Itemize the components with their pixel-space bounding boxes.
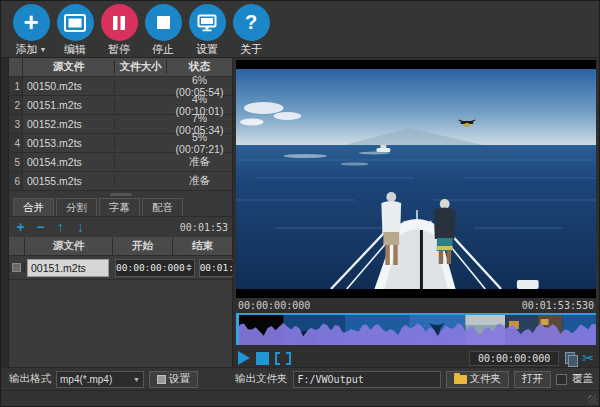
tab-split[interactable]: 分割: [56, 198, 97, 216]
col-status: 状态: [167, 60, 232, 74]
video-frame: [236, 60, 596, 298]
main-toolbar: + 添加▼ 编辑 暂停: [1, 1, 599, 58]
preview-end-time: 00:01:53:530: [522, 300, 594, 311]
output-folder-label: 输出文件夹: [235, 372, 288, 386]
add-button-label: 添加: [16, 42, 38, 57]
snapshot-icon[interactable]: [565, 352, 576, 365]
preview-time-row: 00:00:00:000 00:01:53:530: [236, 298, 596, 313]
row-handle[interactable]: [9, 263, 25, 272]
clip-table: 源文件 开始 结束 00151.m2ts 00:00:00:000 00:01:…: [9, 237, 232, 280]
edit-button[interactable]: 编辑: [53, 4, 97, 57]
timeline-top-edge: [236, 313, 596, 315]
clip-move-down-button[interactable]: ↓: [73, 220, 88, 234]
output-bar: 输出格式 mp4(*.mp4) ▼ 设置 输出文件夹 文件夹 打开 覆盖: [1, 367, 599, 390]
output-format-label: 输出格式: [9, 372, 51, 386]
play-icon[interactable]: [238, 351, 250, 365]
about-button[interactable]: ? 关于: [229, 4, 273, 57]
col-source-file: 源文件: [23, 60, 115, 74]
about-icon: ?: [245, 11, 257, 34]
preview-start-time: 00:00:00:000: [238, 300, 310, 311]
clip-file-cell[interactable]: 00151.m2ts: [27, 259, 109, 277]
overwrite-checkbox[interactable]: [556, 374, 567, 385]
table-row[interactable]: 6 00155.m2ts 准备: [9, 172, 232, 191]
left-gutter: [1, 58, 9, 367]
output-format-select[interactable]: mp4(*.mp4) ▼: [56, 371, 144, 388]
browse-folder-button[interactable]: 文件夹: [446, 371, 510, 388]
table-row[interactable]: 5 00154.m2ts 准备: [9, 153, 232, 172]
stop-button[interactable]: 停止: [141, 4, 185, 57]
col-clip-end: 结束: [173, 237, 232, 255]
clip-duration: 00:01:53: [180, 222, 228, 233]
file-table: 源文件 文件大小 状态 1 00150.m2ts 6% (00:05:54) 2…: [9, 58, 232, 191]
scissors-icon[interactable]: ✂: [582, 351, 594, 365]
add-button[interactable]: + 添加▼: [9, 4, 53, 57]
stop-playback-icon[interactable]: [256, 352, 269, 365]
spinner-arrows-icon[interactable]: [185, 264, 194, 271]
edit-tabbar: 合并 分割 字幕 配音: [9, 198, 232, 217]
timeline-strip[interactable]: [236, 313, 596, 345]
edit-button-label: 编辑: [64, 42, 86, 57]
file-list-panel: 源文件 文件大小 状态 1 00150.m2ts 6% (00:05:54) 2…: [9, 58, 233, 367]
panel-splitter[interactable]: [9, 191, 232, 198]
clip-add-button[interactable]: +: [13, 220, 28, 234]
col-clip-start: 开始: [113, 237, 173, 255]
table-row[interactable]: 4 00153.m2ts 5% (00:07:21): [9, 134, 232, 153]
clip-table-header: 源文件 开始 结束: [9, 237, 232, 256]
video-preview: [236, 60, 596, 298]
preview-panel: 00:00:00:000 00:01:53:530: [233, 58, 599, 367]
resize-grip-icon[interactable]: [588, 395, 597, 404]
chevron-down-icon: ▼: [133, 376, 140, 383]
gear-icon: [157, 375, 166, 384]
fit-view-icon[interactable]: [275, 352, 291, 365]
col-file-size: 文件大小: [115, 60, 167, 74]
pause-button-label: 暂停: [108, 42, 130, 57]
pause-icon: [112, 15, 126, 31]
clip-start-spinner[interactable]: 00:00:00:000: [115, 259, 195, 277]
stop-button-label: 停止: [152, 42, 174, 57]
pause-button[interactable]: 暂停: [97, 4, 141, 57]
status-bar: [1, 390, 599, 406]
tab-merge[interactable]: 合并: [13, 198, 54, 216]
settings-button[interactable]: 设置: [185, 4, 229, 57]
app-window: + 添加▼ 编辑 暂停: [0, 0, 600, 407]
settings-button-label: 设置: [196, 42, 218, 57]
add-icon: +: [23, 9, 38, 35]
output-folder-input[interactable]: [293, 371, 441, 388]
edit-icon: [64, 14, 86, 32]
settings-icon: [197, 14, 217, 32]
tab-subtitle[interactable]: 字幕: [99, 198, 140, 216]
open-folder-button[interactable]: 打开: [514, 371, 551, 388]
folder-icon: [454, 375, 467, 384]
col-clip-source: 源文件: [25, 237, 113, 255]
tab-dub[interactable]: 配音: [142, 198, 183, 216]
clip-move-up-button[interactable]: ↑: [53, 220, 68, 234]
clip-toolbar: + − ↑ ↓ 00:01:53: [9, 217, 232, 237]
transport-bar: 00:00:00:000 ✂: [236, 345, 596, 369]
timeline-playhead: [236, 313, 239, 345]
clip-row[interactable]: 00151.m2ts 00:00:00:000 00:01:53:530: [9, 256, 232, 280]
overwrite-label: 覆盖: [572, 372, 593, 386]
stop-icon: [156, 15, 171, 30]
clip-list-empty-area: [9, 280, 232, 367]
about-button-label: 关于: [240, 42, 262, 57]
chevron-down-icon[interactable]: ▼: [40, 46, 47, 53]
playback-time-display: 00:00:00:000: [469, 351, 559, 366]
clip-remove-button[interactable]: −: [33, 220, 48, 234]
format-settings-button[interactable]: 设置: [149, 371, 198, 388]
